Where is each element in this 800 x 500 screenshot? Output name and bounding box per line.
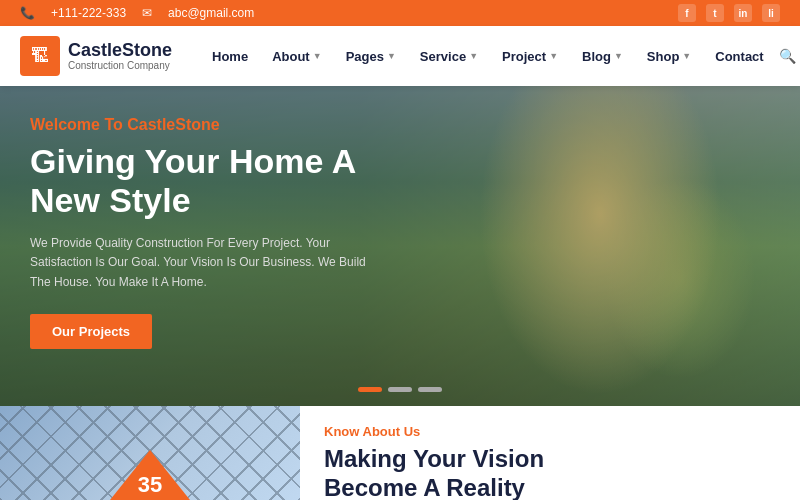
logo-subtitle: Construction Company	[68, 60, 172, 71]
twitter-icon[interactable]: t	[706, 4, 724, 22]
slider-dots	[358, 387, 442, 392]
nav-about[interactable]: About ▼	[262, 43, 331, 70]
top-bar: 📞 +111-222-333 ✉ abc@gmail.com f t in li	[0, 0, 800, 26]
nav-contact[interactable]: Contact	[705, 43, 773, 70]
search-button[interactable]: 🔍	[774, 42, 800, 70]
about-heading: Making Your Vision Become A Reality	[324, 445, 776, 500]
facebook-icon[interactable]: f	[678, 4, 696, 22]
nav-home[interactable]: Home	[202, 43, 258, 70]
phone-link[interactable]: +111-222-333	[51, 6, 126, 20]
service-arrow: ▼	[469, 51, 478, 61]
instagram-icon[interactable]: in	[734, 4, 752, 22]
blog-arrow: ▼	[614, 51, 623, 61]
nav-pages[interactable]: Pages ▼	[336, 43, 406, 70]
email-icon: ✉	[142, 6, 152, 20]
slider-dot-1[interactable]	[358, 387, 382, 392]
shop-arrow: ▼	[682, 51, 691, 61]
slider-dot-3[interactable]	[418, 387, 442, 392]
navbar: 🏗 CastleStone Construction Company Home …	[0, 26, 800, 86]
logo-text: CastleStone Construction Company	[68, 41, 172, 72]
about-arrow: ▼	[313, 51, 322, 61]
nav-project[interactable]: Project ▼	[492, 43, 568, 70]
about-image-column: 35	[0, 406, 300, 500]
nav-shop[interactable]: Shop ▼	[637, 43, 701, 70]
about-section: 35 Know About Us Making Your Vision Beco…	[0, 406, 800, 500]
years-badge-triangle: 35	[110, 450, 190, 500]
logo[interactable]: 🏗 CastleStone Construction Company	[20, 36, 172, 76]
hero-title-line1: Giving Your Home A	[30, 142, 356, 180]
logo-icon: 🏗	[20, 36, 60, 76]
social-links: f t in li	[678, 4, 780, 22]
hero-title: Giving Your Home A New Style	[30, 142, 390, 220]
logo-name: CastleStone	[68, 41, 172, 61]
about-heading-line2: Become A Reality	[324, 474, 525, 500]
hero-description: We Provide Quality Construction For Ever…	[30, 234, 370, 292]
project-arrow: ▼	[549, 51, 558, 61]
hero-section: Welcome To CastleStone Giving Your Home …	[0, 86, 800, 406]
our-projects-button[interactable]: Our Projects	[30, 314, 152, 349]
about-label: Know About Us	[324, 424, 776, 439]
about-text-column: Know About Us Making Your Vision Become …	[300, 406, 800, 500]
years-number: 35	[110, 472, 190, 498]
nav-links: Home About ▼ Pages ▼ Service ▼ Project ▼…	[202, 43, 774, 70]
slider-dot-2[interactable]	[388, 387, 412, 392]
email-link[interactable]: abc@gmail.com	[168, 6, 254, 20]
nav-blog[interactable]: Blog ▼	[572, 43, 633, 70]
hero-content: Welcome To CastleStone Giving Your Home …	[0, 86, 420, 379]
pages-arrow: ▼	[387, 51, 396, 61]
nav-service[interactable]: Service ▼	[410, 43, 488, 70]
about-heading-line1: Making Your Vision	[324, 445, 544, 472]
phone-icon: 📞	[20, 6, 35, 20]
top-bar-contact: 📞 +111-222-333 ✉ abc@gmail.com	[20, 6, 254, 20]
nav-icons: 🔍 👤 🛒 0	[774, 42, 800, 70]
linkedin-icon[interactable]: li	[762, 4, 780, 22]
hero-subtitle: Welcome To CastleStone	[30, 116, 390, 134]
hero-title-line2: New Style	[30, 181, 191, 219]
